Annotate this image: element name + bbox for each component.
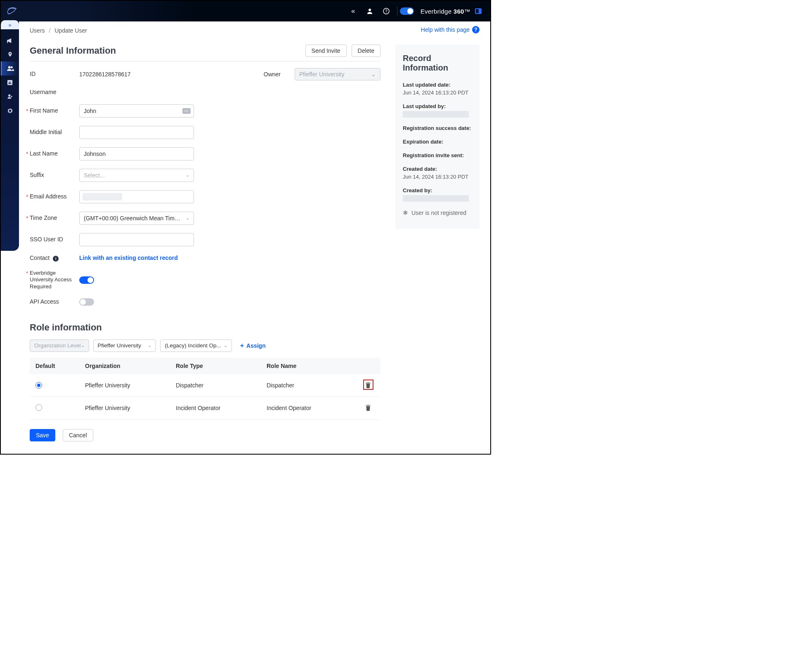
topbar: « ? Everbridge 360™ — [1, 1, 490, 21]
nav-location-icon[interactable] — [1, 47, 19, 61]
id-value: 1702286128578617 — [79, 71, 131, 78]
nav-admin-icon[interactable] — [1, 90, 19, 104]
contact-link[interactable]: Link with an existing contact record — [79, 255, 178, 261]
chevron-down-icon: ⌄ — [186, 215, 189, 221]
col-default: Default — [30, 358, 79, 374]
default-radio[interactable] — [35, 404, 42, 411]
breadcrumb: Users / Update User — [30, 27, 87, 34]
suffix-select[interactable]: Select...⌄ — [79, 169, 194, 182]
general-title: General Information — [30, 45, 116, 56]
trash-icon[interactable] — [365, 382, 371, 388]
role-org: Pfieffer University — [79, 396, 170, 420]
snowflake-icon: ❄ — [403, 209, 408, 217]
svg-point-6 — [10, 66, 12, 68]
ebu-toggle[interactable] — [79, 276, 94, 284]
last-name-label: Last Name — [30, 150, 74, 158]
role-name: Dispatcher — [261, 374, 356, 397]
owner-label: Owner — [264, 71, 281, 78]
middle-initial-input[interactable] — [79, 126, 194, 139]
last-updated-by-label: Last updated by: — [403, 103, 472, 109]
email-label: Email Address — [30, 193, 74, 200]
svg-point-11 — [8, 94, 10, 97]
suffix-label: Suffix — [30, 172, 74, 179]
main-region: Users / Update User Help with this page?… — [19, 21, 490, 454]
help-icon[interactable]: ? — [382, 7, 390, 15]
sidenav-expand[interactable]: » — [1, 20, 19, 29]
col-type: Role Type — [170, 358, 261, 374]
help-link[interactable]: Help with this page? — [421, 26, 480, 33]
sso-input[interactable] — [79, 233, 194, 246]
last-updated-date-label: Last updated date: — [403, 82, 472, 88]
role-name-select[interactable]: (Legacy) Incident Op...⌄ — [160, 340, 232, 352]
chevron-down-icon: ⌄ — [81, 343, 85, 348]
api-toggle[interactable] — [79, 298, 94, 306]
assign-button[interactable]: + Assign — [240, 342, 266, 349]
default-radio[interactable] — [35, 382, 42, 389]
roles-table: Default Organization Role Type Role Name… — [30, 358, 380, 420]
brand-label: Everbridge 360™ — [421, 8, 470, 15]
help-question-icon: ? — [472, 26, 480, 33]
timezone-select[interactable]: (GMT+00:00) Greenwich Mean Time (Etc/GMT… — [79, 212, 194, 225]
delete-button[interactable]: Delete — [352, 45, 380, 57]
save-button[interactable]: Save — [30, 429, 55, 441]
email-redacted — [83, 193, 122, 200]
topbar-divider — [397, 7, 397, 16]
table-row: Pfieffer UniversityDispatcherDispatcher — [30, 374, 380, 397]
nav-announce-icon[interactable] — [1, 33, 19, 47]
col-name: Role Name — [261, 358, 356, 374]
svg-point-0 — [369, 9, 371, 11]
table-row: Pfieffer UniversityIncident OperatorInci… — [30, 396, 380, 420]
autofill-icon: ••• — [182, 108, 191, 114]
user-icon[interactable] — [366, 7, 374, 15]
trash-icon[interactable] — [365, 404, 371, 410]
role-type: Incident Operator — [170, 396, 261, 420]
first-name-label: First Name — [30, 107, 74, 115]
first-name-input[interactable] — [79, 104, 194, 118]
breadcrumb-current: Update User — [54, 27, 87, 34]
created-date-value: Jun 14, 2024 16:13:20 PDT — [403, 174, 472, 180]
collapse-icon[interactable]: « — [349, 7, 357, 15]
sidenav: » — [1, 21, 19, 251]
expiration-label: Expiration date: — [403, 139, 472, 145]
role-type: Dispatcher — [170, 374, 261, 397]
owner-select[interactable]: Pfieffer University ⌄ — [295, 68, 380, 80]
role-org-select[interactable]: Pfieffer University⌄ — [93, 340, 156, 352]
nav-dashboard-icon[interactable] — [1, 75, 19, 90]
username-label: Username — [30, 89, 74, 96]
cancel-button[interactable]: Cancel — [63, 429, 93, 441]
svg-rect-4 — [476, 9, 479, 13]
last-updated-by-redacted — [403, 111, 469, 118]
middle-initial-label: Middle Initial — [30, 129, 74, 136]
info-icon[interactable]: i — [53, 256, 59, 262]
sso-label: SSO User ID — [30, 236, 74, 243]
nav-users-icon[interactable] — [1, 61, 19, 75]
api-label: API Access — [30, 298, 74, 306]
plus-icon: + — [240, 342, 244, 349]
role-org: Pfieffer University — [79, 374, 170, 397]
chevron-down-icon: ⌄ — [371, 71, 376, 78]
id-label: ID — [30, 71, 74, 78]
created-by-redacted — [403, 195, 469, 202]
chevron-down-icon: ⌄ — [186, 172, 189, 178]
panel-icon[interactable] — [475, 7, 482, 15]
brand-toggle[interactable] — [400, 7, 414, 15]
role-title: Role information — [30, 322, 380, 333]
role-name: Incident Operator — [261, 396, 356, 420]
last-name-input[interactable] — [79, 147, 194, 160]
chevron-down-icon: ⌄ — [224, 343, 227, 348]
breadcrumb-root[interactable]: Users — [30, 27, 45, 34]
svg-text:?: ? — [385, 9, 388, 14]
created-by-label: Created by: — [403, 187, 472, 193]
svg-rect-9 — [9, 81, 10, 84]
created-date-label: Created date: — [403, 166, 472, 172]
svg-rect-10 — [11, 83, 12, 84]
last-updated-date-value: Jun 14, 2024 16:13:20 PDT — [403, 90, 472, 96]
svg-point-5 — [8, 66, 10, 68]
nav-settings-icon[interactable] — [1, 104, 19, 118]
ebu-label: Everbridge University Access Required — [30, 270, 74, 290]
role-level-select[interactable]: Organization Level⌄ — [30, 340, 89, 352]
timezone-label: Time Zone — [30, 215, 74, 222]
contact-label: Contact i — [30, 255, 74, 262]
send-invite-button[interactable]: Send Invite — [305, 45, 347, 57]
invite-sent-label: Registration invite sent: — [403, 152, 472, 158]
